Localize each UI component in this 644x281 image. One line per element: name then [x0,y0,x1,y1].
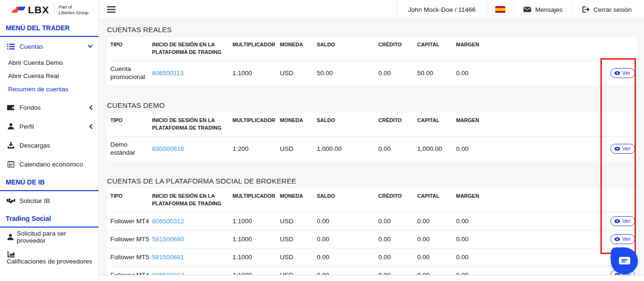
col-credito: CRÉDITO [375,188,414,212]
account-type: Follower MT5 [107,248,149,266]
sidebar-item-abrir-cuenta-demo[interactable]: Abrir Cuenta Demo [0,56,98,69]
ver-button[interactable]: Ver [610,216,635,226]
equity-value: 1,000.00 [414,136,453,161]
credit-value: 0.00 [375,61,414,85]
logout-icon [582,6,590,13]
chevron-left-icon [89,105,93,110]
trader-menu-heading: MENÚ DEL TRADER [0,19,98,37]
col-moneda: MONEDA [277,188,313,212]
equity-value: 0.00 [414,266,453,275]
col-capital: CAPITAL [414,188,453,212]
col-login: INICIO DE SESIÓN EN LA PLATAFORMA DE TRA… [149,37,229,61]
account-number-link[interactable]: 581500680 [152,236,184,243]
equity-value: 0.00 [414,248,453,266]
currency-value: USD [277,230,313,248]
sidebar-item-calificaciones[interactable]: Calificaciones de proveedores [0,246,98,269]
credit-value: 0.00 [375,266,414,275]
credit-value: 0.00 [375,136,414,161]
list-icon [7,44,15,50]
sidebar-item-cuentas[interactable]: Cuentas [0,37,98,56]
sidebar-item-resumen-de-cuentas[interactable]: Resumen de cuentas [0,82,98,96]
margin-value: 0.00 [453,230,510,248]
col-actions [510,113,637,136]
margin-value: 0.00 [453,266,510,275]
balance-value: 0.00 [313,230,375,248]
multiplier-value: 1:1000 [229,230,277,248]
ver-button[interactable]: Ver [610,68,635,78]
col-saldo: SALDO [313,37,375,61]
table-header-row: TIPO INICIO DE SESIÓN EN LA PLATAFORMA D… [107,37,637,61]
credit-value: 0.00 [375,230,414,248]
logout-button[interactable]: Cerrar sesión [572,0,644,19]
currency-value: USD [277,248,313,266]
margin-value: 0.00 [453,136,510,161]
sidebar-item-solicitar-ib[interactable]: Solicitar IB [0,191,98,210]
credit-value: 0.00 [375,212,414,230]
multiplier-value: 1:200 [229,136,277,161]
account-type: Demo estándar [107,136,149,161]
account-type: Cuenta promocional [107,61,149,85]
col-margen: MARGEN [453,188,510,212]
chat-widget-button[interactable] [611,247,638,274]
wallet-icon [7,105,15,111]
spain-flag-icon [495,6,505,13]
sidebar-item-fondos[interactable]: Fondos [0,98,98,117]
chevron-left-icon [89,124,93,129]
equity-value: 0.00 [414,230,453,248]
currency-value: USD [277,266,313,275]
col-saldo: SALDO [313,188,375,212]
account-type: Follower MT5 [107,230,149,248]
hamburger-menu-icon[interactable] [104,2,118,17]
account-number-link[interactable]: 806500312 [152,218,184,225]
equity-value: 50.00 [414,61,453,85]
multiplier-value: 1:1000 [229,248,277,266]
trading-social-heading: Trading Social [0,210,98,228]
table-row: Demo estándar 830000616 1:200 USD 1,000.… [107,136,637,161]
account-type: Follower MT4 [107,212,149,230]
balance-value: 0.00 [313,212,375,230]
table-header-row: TIPO INICIO DE SESIÓN EN LA PLATAFORMA D… [107,188,637,212]
balance-value: 0.00 [313,266,375,275]
sidebar-item-descargas[interactable]: Descargas [0,136,98,155]
table-row: Follower MT4 806500313 1:1000 USD 0.00 0… [107,266,637,275]
lbx-logo-icon [12,5,25,15]
col-margen: MARGEN [453,113,510,136]
table-row: Follower MT5 581500680 1:1000 USD 0.00 0… [107,230,637,248]
brokeree-table: TIPO INICIO DE SESIÓN EN LA PLATAFORMA D… [107,188,637,275]
currency-value: USD [277,136,313,161]
logo-subtext: Part of Libertex Group [59,4,89,16]
section-title-cuentas-reales: CUENTAS REALES [107,23,637,36]
sidebar-item-abrir-cuenta-real[interactable]: Abrir Cuenta Real [0,69,98,82]
chevron-down-icon [88,44,93,48]
calendar-icon [7,161,15,167]
ib-menu-heading: MENÚ DE IB [0,174,98,191]
equity-value: 0.00 [414,212,453,230]
sidebar-item-solicitud-proveedor[interactable]: Solicitud para ser proveedor [0,228,98,246]
account-number-link[interactable]: 830000616 [152,145,184,152]
sidebar-item-perfil[interactable]: Perfil [0,117,98,136]
sidebar-item-calendario[interactable]: Calendario económico [0,155,98,174]
col-tipo: TIPO [107,37,149,61]
col-multiplicador: MULTIPLICADOR [229,113,277,136]
account-number-link[interactable]: 806500313 [152,272,184,275]
margin-value: 0.00 [453,212,510,230]
margin-value: 0.00 [453,248,510,266]
balance-value: 50.00 [313,61,375,85]
currency-value: USD [277,61,313,85]
ver-button[interactable]: Ver [610,144,635,154]
account-number-link[interactable]: 581500681 [152,254,184,261]
user-icon [7,123,15,130]
messages-button[interactable]: Mensajes [513,0,572,19]
col-credito: CRÉDITO [375,37,414,61]
language-selector[interactable] [487,0,513,19]
user-icon [6,234,14,240]
logo-text: LBX [28,4,49,16]
col-actions [510,37,637,61]
ver-button[interactable]: Ver [610,234,635,244]
top-bar-right-area: John Mock-Doe / 11466 Mensajes Cerrar se… [99,0,644,19]
multiplier-value: 1:1000 [229,61,277,85]
table-row: Cuenta promocional 806500113 1:1000 USD … [107,61,637,85]
credit-value: 0.00 [375,248,414,266]
col-credito: CRÉDITO [375,113,414,136]
account-number-link[interactable]: 806500113 [152,70,184,77]
